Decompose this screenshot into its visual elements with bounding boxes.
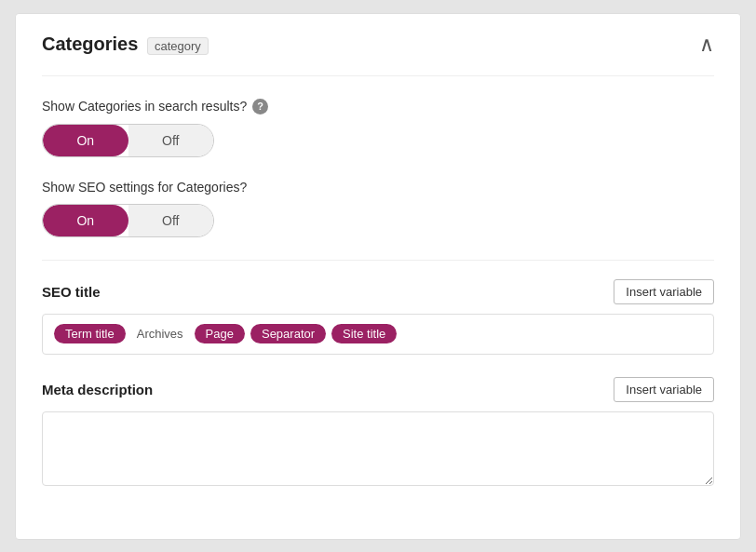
seo-title-label: SEO title xyxy=(42,284,101,300)
search-results-help-icon[interactable]: ? xyxy=(252,99,268,114)
search-results-label: Show Categories in search results? ? xyxy=(42,99,714,114)
divider-1 xyxy=(42,260,714,261)
seo-settings-section: Show SEO settings for Categories? On Off xyxy=(42,180,714,237)
seo-title-insert-variable-button[interactable]: Insert variable xyxy=(614,279,714,304)
seo-settings-on-button[interactable]: On xyxy=(43,205,128,236)
collapse-icon[interactable]: ∧ xyxy=(699,33,714,57)
tag-site-title[interactable]: Site title xyxy=(331,324,397,343)
panel-title: Categories category xyxy=(42,34,212,55)
search-results-text: Show Categories in search results? xyxy=(42,99,247,114)
categories-panel: Categories category ∧ Show Categories in… xyxy=(15,13,741,540)
meta-description-section: Meta description Insert variable xyxy=(42,377,714,489)
seo-settings-text: Show SEO settings for Categories? xyxy=(42,180,247,195)
tag-separator[interactable]: Separator xyxy=(250,324,326,343)
tag-term-title[interactable]: Term title xyxy=(54,324,126,343)
panel-header: Categories category ∧ xyxy=(42,33,714,76)
seo-title-section: SEO title Insert variable Term title Arc… xyxy=(42,279,714,355)
seo-settings-toggle: On Off xyxy=(42,204,214,237)
search-results-on-button[interactable]: On xyxy=(43,125,128,156)
meta-description-label: Meta description xyxy=(42,382,153,397)
seo-title-header: SEO title Insert variable xyxy=(42,279,714,304)
seo-settings-off-button[interactable]: Off xyxy=(128,205,214,236)
panel-title-text: Categories xyxy=(42,34,138,54)
tag-archives[interactable]: Archives xyxy=(131,324,189,343)
search-results-toggle: On Off xyxy=(42,124,214,157)
meta-description-input[interactable] xyxy=(42,411,714,486)
seo-title-bar: Term title Archives Page Separator Site … xyxy=(42,314,714,355)
category-tag: category xyxy=(147,37,209,55)
meta-description-insert-variable-button[interactable]: Insert variable xyxy=(614,377,714,402)
search-results-off-button[interactable]: Off xyxy=(128,125,214,156)
search-results-section: Show Categories in search results? ? On … xyxy=(42,99,714,157)
tag-page[interactable]: Page xyxy=(195,324,245,343)
seo-settings-label: Show SEO settings for Categories? xyxy=(42,180,714,195)
meta-description-header: Meta description Insert variable xyxy=(42,377,714,402)
